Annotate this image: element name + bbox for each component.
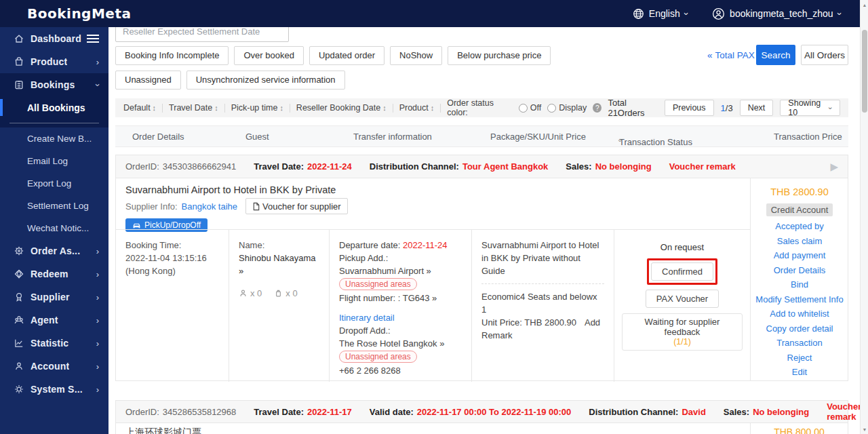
pax-voucher-button[interactable]: PAX Voucher — [646, 290, 719, 308]
total-orders: Total 21Orders — [608, 98, 658, 118]
play-icon[interactable]: ▶ — [830, 161, 838, 173]
filter-chip-unassigned[interactable]: Unassigned — [115, 71, 181, 90]
sidebar-item-export-log[interactable]: Export Log — [0, 172, 108, 195]
radio-circle[interactable] — [519, 104, 528, 113]
booking-time: 2022-11-04 13:15:16 (Hong Kong) — [125, 252, 219, 277]
travel-date: 2022-11-24 — [307, 161, 352, 172]
order-details-link[interactable]: Order Details — [774, 266, 826, 275]
guest-cell: Name: Shinobu Nakayama » x 0 x 0 — [229, 230, 330, 382]
modify-settlement-info-link[interactable]: Modify Settlement Info — [755, 295, 843, 304]
total-pax-link[interactable]: « Total PAX — [707, 50, 755, 60]
package-name: Suvarnabhumi Airport to Hotel in BKK by … — [481, 239, 604, 277]
sort-travel-date[interactable]: Travel Date↕ — [169, 103, 218, 113]
radio-display[interactable]: Display — [547, 103, 587, 113]
waiting-count: (1/1) — [627, 337, 738, 347]
sidebar-item-supplier[interactable]: Supplier › — [0, 285, 108, 309]
sidebar-item-product[interactable]: Product › — [0, 50, 108, 73]
chevron-right-icon: › — [96, 57, 99, 67]
sidebar-item-system-settings[interactable]: System S... › — [0, 378, 108, 401]
radio-circle[interactable] — [547, 104, 556, 113]
voucher-remark-link[interactable]: Voucher remark — [827, 401, 861, 422]
radio-off[interactable]: Off — [519, 103, 541, 113]
add-payment-link[interactable]: Add payment — [774, 251, 826, 260]
sidebar-item-create-new-booking[interactable]: Create New B... — [0, 127, 108, 150]
order-card-2-header: OrderID:345286535812968 Travel Date:2022… — [115, 400, 848, 423]
filter-chip-unsynchronized[interactable]: Unsynchronized service information — [186, 71, 345, 90]
scroll-down-arrow[interactable]: ▼ — [861, 425, 868, 434]
divider — [440, 104, 441, 113]
sort-default[interactable]: Default↕ — [123, 103, 156, 113]
username: bookingmeta_tech_zhou — [730, 8, 833, 19]
sidebar-item-redeem[interactable]: Redeem › — [0, 262, 108, 285]
itinerary-detail-link[interactable]: Itinerary detail — [339, 311, 462, 324]
previous-button[interactable]: Previous — [665, 100, 714, 116]
filter-chip-below-purchase-price[interactable]: Below purchase price — [448, 46, 551, 65]
scroll-up-arrow[interactable]: ▲ — [861, 0, 868, 9]
add-to-whitelist-link[interactable]: Add to whitelist — [770, 309, 829, 318]
edit-link[interactable]: Edit — [792, 368, 807, 376]
sidebar-item-email-log[interactable]: Email Log — [0, 150, 108, 172]
flight-number-link[interactable]: Flight number: : TG643 » — [339, 292, 462, 304]
chevron-right-icon: › — [96, 292, 99, 302]
menu-collapse-icon[interactable] — [87, 35, 99, 37]
waiting-supplier-feedback-button[interactable]: Waiting for supplier feedback (1/1) — [622, 313, 743, 351]
chevron-right-icon: › — [96, 338, 99, 349]
gem-icon — [14, 269, 24, 279]
filter-chip-booking-info-incomplete[interactable]: Booking Info Incomplete — [115, 46, 229, 65]
next-button[interactable]: Next — [740, 100, 774, 116]
supplier-link[interactable]: Bangkok taihe — [182, 201, 237, 212]
sidebar-item-agent[interactable]: Agent › — [0, 309, 108, 332]
accepted-by-link[interactable]: Accepted by — [775, 222, 824, 231]
reject-link[interactable]: Reject — [787, 353, 812, 362]
unassigned-areas-pill: Unassigned areas — [339, 278, 417, 290]
valid-date: 2022-11-17 00:00 To 2022-11-19 00:00 — [417, 407, 571, 417]
order-title: Suvarnabhumi Airport to Hotel in BKK by … — [125, 184, 741, 195]
sidebar-item-account[interactable]: Account › — [0, 355, 108, 378]
pax-count: x 0 — [239, 287, 262, 300]
filter-chip-updated-order[interactable]: Updated order — [309, 46, 384, 65]
unit-price: THB 2800.90 — [524, 317, 576, 328]
scrollbar-thumb[interactable] — [862, 30, 867, 113]
language-selector[interactable]: English › — [633, 8, 688, 20]
sidebar-item-dashboard[interactable]: Dashboard — [0, 27, 108, 50]
person-icon — [239, 289, 248, 298]
scrollbar[interactable]: ▲ ▼ — [860, 0, 868, 434]
distribution-channel[interactable]: David — [682, 407, 705, 417]
order-detail-row: Booking Time: 2022-11-04 13:15:16 (Hong … — [116, 229, 750, 382]
bind-link[interactable]: Bind — [791, 280, 808, 289]
voucher-for-supplier-button[interactable]: Voucher for supplier — [245, 198, 348, 214]
voucher-remark-link[interactable]: Voucher remark — [669, 161, 736, 172]
copy-order-detail-link[interactable]: Copy order detail — [766, 324, 833, 333]
search-button[interactable]: Search — [756, 45, 795, 65]
order-id-label: OrderID: — [125, 161, 159, 172]
filter-chip-over-booked[interactable]: Over booked — [234, 46, 303, 65]
confirmed-button[interactable]: Confirmed — [651, 262, 713, 281]
distribution-channel[interactable]: Tour Agent Bangkok — [462, 161, 548, 172]
sort-pickup-time[interactable]: Pick-up time↕ — [231, 103, 283, 113]
clipboard-icon — [14, 79, 24, 90]
all-orders-button[interactable]: All Orders — [801, 45, 848, 65]
guest-name-link[interactable]: Shinobu Nakayama » — [239, 252, 319, 277]
help-icon[interactable]: ? — [593, 103, 601, 113]
sidebar-item-statistic[interactable]: Statistic › — [0, 332, 108, 355]
sidebar-item-order-assistant[interactable]: Order As... › — [0, 239, 108, 262]
collapse-double-icon: « — [707, 50, 713, 60]
order-price: THB 2800.90 — [770, 186, 828, 197]
pickup-address-link[interactable]: Suvarnabhumi Airport » — [339, 264, 462, 277]
transaction-link[interactable]: Transaction — [776, 338, 822, 347]
sidebar-item-settlement-log[interactable]: Settlement Log — [0, 195, 108, 217]
order-id: 345303866662941 — [163, 161, 236, 172]
sidebar-item-wechat-notice[interactable]: Wechat Notic... — [0, 217, 108, 239]
user-menu[interactable]: bookingmeta_tech_zhou › — [712, 7, 841, 20]
sidebar-item-bookings[interactable]: Bookings › — [0, 73, 108, 96]
filter-chip-noshow[interactable]: NoShow — [390, 46, 442, 65]
order-card: OrderID:345303866662941 Travel Date:2022… — [115, 155, 848, 381]
sales-claim-link[interactable]: Sales claim — [777, 237, 822, 245]
dropoff-address-link[interactable]: The Rose Hotel Bangkok » — [339, 337, 462, 350]
sort-product[interactable]: Product↕ — [399, 103, 435, 113]
showing-dropdown[interactable]: Showing 10› — [780, 100, 840, 116]
sort-reseller-booking-date[interactable]: Reseller Booking Date↕ — [296, 103, 387, 113]
divider — [393, 104, 393, 113]
col-transfer-information: Transfer information — [353, 132, 432, 142]
sidebar-item-all-bookings[interactable]: All Bookings — [0, 96, 108, 119]
